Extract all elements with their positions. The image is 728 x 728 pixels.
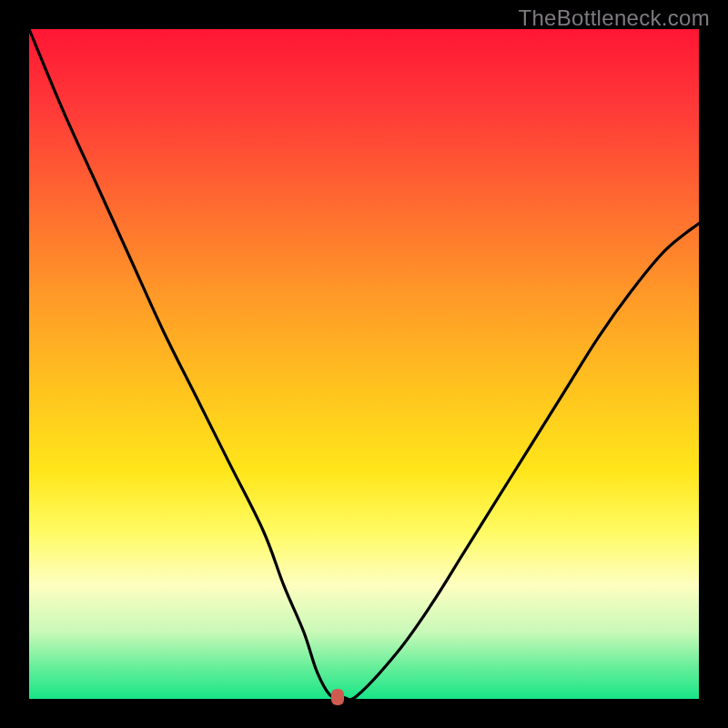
watermark-label: TheBottleneck.com — [518, 5, 710, 31]
optimal-point-marker — [331, 689, 344, 705]
chart-frame: TheBottleneck.com — [0, 0, 728, 728]
plot-area — [29, 29, 699, 699]
bottleneck-curve — [29, 29, 699, 700]
curve-svg — [29, 29, 699, 699]
